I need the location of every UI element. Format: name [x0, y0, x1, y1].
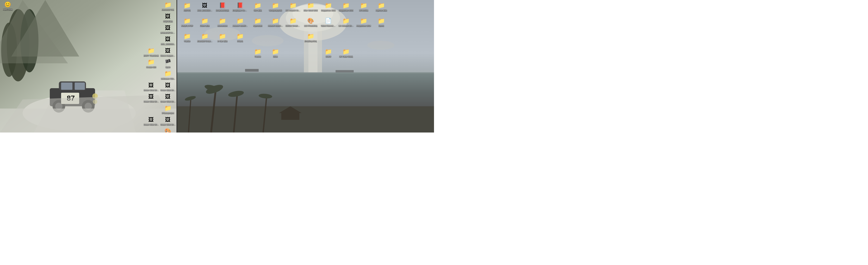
icon-temporaryrolls[interactable]: 📁 Temporaryrolls: [267, 1, 283, 12]
icon-silver[interactable]: 📁 Silver: [267, 47, 283, 58]
gs2-label: Green Shot 2023+6...: [160, 89, 176, 92]
icon-create-020[interactable]: 📁 Create-020: [143, 58, 159, 69]
icon-500sn-smartworld[interactable]: 📁 500SN Smartworld: [285, 17, 301, 28]
miscword-img: 📁: [307, 2, 314, 9]
icon-all-archive[interactable]: 📁 All Archive: [355, 1, 372, 12]
gs3-img: 🖼: [148, 93, 155, 100]
icon-greenshot-4[interactable]: 🖼 Green Shot 2023+5...: [160, 93, 176, 103]
appraisals-img: 📁: [254, 17, 261, 25]
icon-sports[interactable]: 📁 Sports: [373, 17, 390, 28]
icon-client-alias[interactable]: 📁 Client alias: [197, 17, 213, 28]
chanel-img: 📁: [237, 33, 244, 40]
icon-unknown-720[interactable]: 📁 Unknown-720...: [160, 70, 176, 80]
icon-img-1000000[interactable]: 🖼 IMG_1000000...: [160, 35, 176, 46]
allarchive-label: All Archive: [359, 9, 368, 12]
icon-retail-pop[interactable]: 📁 Retail & POP: [179, 17, 195, 28]
incar-label: In Car alias: [217, 40, 228, 42]
icon-momentum[interactable]: 📁 Momentum: [214, 17, 230, 28]
original-jpg-label: original.jpg: [163, 20, 173, 23]
icon-tracker2[interactable]: 📁 Tracker: [250, 47, 266, 58]
unknown720-label: Unknown-720...: [161, 77, 175, 80]
tracker-img: 📁: [184, 33, 191, 40]
icon-greenshot-5[interactable]: 🖼 Green Shot 2023+5...: [143, 115, 159, 126]
appraisals-label: Appraisals: [253, 25, 262, 27]
icon-greenshot-2[interactable]: 🖼 Green Shot 2023+6...: [160, 81, 176, 92]
mags2015-label: Magazines 2015: [339, 9, 353, 12]
icon-bhff-thumbnail[interactable]: 📁 BHFF Thumbnail: [143, 46, 159, 58]
snkr-label: SNKR: [326, 56, 331, 58]
icon-memorial-trail[interactable]: 📁 Memorial Trail: [160, 1, 176, 11]
icon-talent-brief[interactable]: 📄 Talent Recruitment Brief April&After: [320, 17, 337, 28]
icon-greenshot-3[interactable]: 🖼 Green Shot 2023+5...: [143, 93, 159, 103]
mags2013-label: Magazines 2013: [321, 9, 336, 12]
hard-drive-img: 😊: [4, 1, 11, 8]
icon-tracker[interactable]: 📁 Tracker: [179, 32, 195, 43]
svg-rect-30: [177, 72, 434, 73]
icon-magazines-2015[interactable]: 📁 Magazines 2015: [338, 1, 354, 12]
gs4-label: Green Shot 2023+5...: [160, 100, 176, 103]
ukartwork-img: 📁: [289, 2, 297, 9]
123ps-img: 🎨: [307, 17, 314, 25]
icon-uk-case-study[interactable]: 📁 UK Case Study: [338, 47, 354, 58]
original-tiff-img: 🖼: [164, 24, 172, 31]
icon-artwork-matching[interactable]: 📁 Artwork Matching..: [267, 17, 283, 28]
silver-label: Silver: [273, 56, 278, 58]
icon-repro[interactable]: 📁 REPRO: [179, 1, 195, 12]
icon-uk-artwork-indd[interactable]: 📁 UK Artwork INDD: [285, 1, 301, 12]
hard-drive-label: Hard Drive: [3, 8, 12, 11]
svg-rect-11: [75, 82, 85, 90]
incar-img: 📁: [219, 33, 226, 40]
icon-magazines-2013[interactable]: 📁 Magazines 2013: [320, 1, 337, 12]
icon-magazines-2014[interactable]: 📁 Magazines 2014: [355, 17, 372, 28]
icon-artwork-workflow[interactable]: 📁 Artwork Workflow: [232, 17, 248, 28]
gs6-label: Green Shot 2023+5...: [160, 124, 176, 126]
original-tiff-label: original.tiff Cherry Classic: [160, 32, 176, 34]
hard-drive-icon[interactable]: 😊 Hard Drive: [1, 1, 14, 11]
icon-misc-word-2015[interactable]: 📁 Misc Word 2015: [303, 1, 319, 12]
memorial-trail-img: 📁: [164, 1, 172, 8]
icon-in-car-alias[interactable]: 📁 In Car alias: [214, 32, 230, 43]
gs2-img: 🖼: [164, 81, 172, 89]
icon-original-jpg[interactable]: 🖼 original.jpg: [160, 12, 176, 23]
ukartwork-label: UK Artwork INDD: [285, 9, 301, 12]
icon-agency-alias[interactable]: 📁 Agency alias: [373, 1, 390, 12]
talentbrief-label: Talent Recruitment Brief April&After: [321, 25, 336, 27]
emailingthing-label: Emailing thing: [304, 40, 317, 42]
icon-original-tiff[interactable]: 🖼 original.tiff Cherry Classic: [160, 24, 176, 35]
img-1000000-img: 🖼: [164, 35, 172, 43]
emailingthing-img: 📁: [307, 33, 314, 40]
iphone-img: 📁: [164, 104, 172, 112]
smartworld-label: Smartworld.pdf: [216, 9, 229, 12]
svg-rect-10: [61, 82, 72, 90]
icon-appraisals[interactable]: 📁 Appraisals: [250, 17, 266, 28]
icon-stone-magazine[interactable]: 🖼 Stone-magazine.jpg: [160, 46, 176, 58]
chanel-label: Chanel: [237, 40, 244, 42]
gs6-img: 🖼: [164, 116, 172, 123]
icon-123-photoshop[interactable]: 🎨 123 Photoshop: [303, 17, 319, 28]
unknown720-img: 📁: [164, 70, 172, 77]
icon-iphone-project[interactable]: 📁 iPhoneproject: [160, 104, 176, 115]
brandedcreative-img: 📁: [201, 33, 208, 40]
icon-tern-alias[interactable]: 📁 Tern alias: [250, 1, 266, 12]
icon-greenshot-6[interactable]: 🖼 Green Shot 2023+5...: [160, 115, 176, 126]
mags2013-img: 📁: [325, 2, 332, 9]
icon-chanel[interactable]: 📁 Chanel: [232, 32, 248, 43]
repro-label: REPRO: [184, 9, 191, 12]
brandedcreative-label: Branded Creative: [197, 40, 213, 42]
icon-uk-artwork-2014[interactable]: 📁 UK Artwork 2014+..: [338, 17, 354, 28]
icon-smartworld-pdf[interactable]: 📕 Smartworld.pdf: [214, 1, 230, 12]
icon-snkr[interactable]: 📁 SNKR: [320, 47, 337, 58]
create020-img: 📁: [148, 59, 155, 66]
icon-spain[interactable]: 🏴 Spain: [160, 58, 176, 69]
temprolls-label: Temporaryrolls: [269, 9, 282, 12]
mags2015-img: 📁: [342, 2, 350, 9]
500sn-img: 📁: [289, 17, 297, 25]
icon-branded-creative[interactable]: 📁 Branded Creative: [197, 32, 213, 43]
icon-greenshot-1[interactable]: 🖼 Green Shot 2023+6...: [143, 81, 159, 92]
icon-img-20140930[interactable]: 🖼 IMG_20140930_10...: [197, 1, 213, 12]
icon-emailing-thing[interactable]: 📁 Emailing thing: [303, 32, 319, 43]
icon-adm-logo[interactable]: 🎨 ADM logo: [160, 127, 176, 133]
stone-label: Stone-magazine.jpg: [160, 55, 176, 57]
icon-employee-contract[interactable]: 📕 Employee Contract Complete 2021.pdf: [232, 1, 248, 12]
retailpop-img: 📁: [184, 17, 191, 25]
